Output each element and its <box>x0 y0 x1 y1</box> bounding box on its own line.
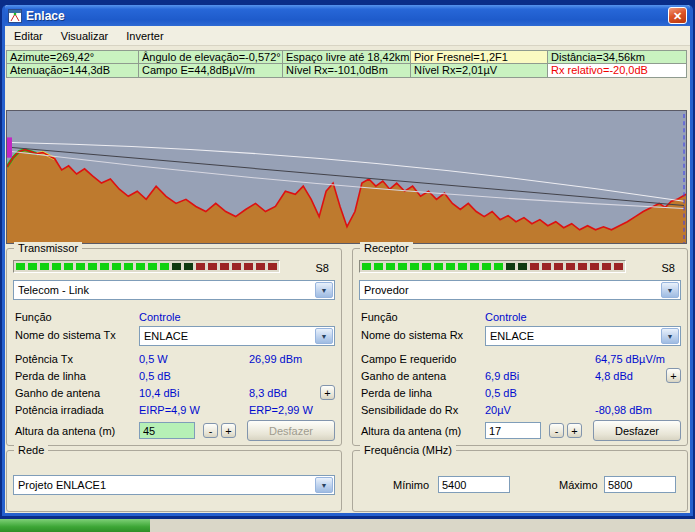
meter-segment <box>28 263 37 270</box>
tx-system-name-value: ENLACE <box>144 330 188 342</box>
receiver-group-title: Receptor <box>360 242 413 255</box>
meter-segment <box>100 263 109 270</box>
meter-segment <box>268 263 277 270</box>
meter-segment <box>554 263 563 270</box>
freq-max-input[interactable] <box>604 476 676 493</box>
rx-antenna-gain-dbi: 6,9 dBi <box>485 370 519 382</box>
chevron-down-icon[interactable]: ▼ <box>661 282 679 298</box>
rx-system-name-select[interactable]: ENLACE ▼ <box>485 326 681 346</box>
meter-segment <box>494 263 503 270</box>
meter-segment <box>590 263 599 270</box>
worst-fresnel-readout: Pior Fresnel=1,2F1 <box>410 50 547 64</box>
meter-segment <box>458 263 467 270</box>
desktop: Enlace ✕ Editar Visualizar Inverter Azim… <box>0 0 695 532</box>
tx-height-plus-button[interactable]: + <box>221 423 236 438</box>
rx-height-minus-button[interactable]: - <box>549 423 564 438</box>
meter-segment <box>160 263 169 270</box>
meter-segment <box>542 263 551 270</box>
tx-system-select[interactable]: Telecom - Link ▼ <box>13 280 335 300</box>
network-group-title: Rede <box>14 444 48 457</box>
rx-antenna-height-input[interactable] <box>485 422 541 439</box>
frequency-group: Frequência (MHz) Mínimo Máximo <box>352 450 688 512</box>
close-button[interactable]: ✕ <box>668 7 687 24</box>
meter-segment <box>410 263 419 270</box>
terrain-profile-chart[interactable] <box>6 110 687 244</box>
meter-segment <box>136 263 145 270</box>
tx-line-loss-value: 0,5 dB <box>139 370 171 382</box>
attenuation-readout: Atenuação=144,3dB <box>6 64 138 78</box>
tx-funcao-value: Controle <box>139 311 181 323</box>
tx-antenna-gain-dbd: 8,3 dBd <box>249 387 287 399</box>
meter-segment <box>422 263 431 270</box>
rx-signal-level: S8 <box>662 262 675 274</box>
rx-funcao-label: Função <box>361 311 398 323</box>
tx-antenna-height-label: Altura da antena (m) <box>15 425 115 437</box>
meter-segment <box>232 263 241 270</box>
free-space-readout: Espaço livre até 18,42km <box>282 50 410 64</box>
chevron-down-icon[interactable]: ▼ <box>315 282 333 298</box>
rx-undo-button[interactable]: Desfazer <box>593 420 681 441</box>
rx-antenna-gain-plus-button[interactable]: + <box>666 368 681 383</box>
menu-inverter[interactable]: Inverter <box>117 28 172 44</box>
meter-segment <box>506 263 515 270</box>
chevron-down-icon[interactable]: ▼ <box>315 477 333 493</box>
meter-segment <box>40 263 49 270</box>
meter-segment <box>112 263 121 270</box>
menu-editar[interactable]: Editar <box>5 28 52 44</box>
rx-height-plus-button[interactable]: + <box>567 423 582 438</box>
tx-undo-button[interactable]: Desfazer <box>247 420 335 441</box>
meter-segment <box>482 263 491 270</box>
rx-funcao-value: Controle <box>485 311 527 323</box>
tx-system-name-label: Nome do sistema Tx <box>15 329 116 341</box>
chevron-down-icon[interactable]: ▼ <box>661 328 679 344</box>
meter-segment <box>208 263 217 270</box>
meter-segment <box>518 263 527 270</box>
rx-antenna-gain-dbd: 4,8 dBd <box>595 370 633 382</box>
rx-level-uv-readout: Nível Rx=2,01µV <box>410 64 547 78</box>
rx-system-select[interactable]: Provedor ▼ <box>359 280 681 300</box>
tx-antenna-gain-plus-button[interactable]: + <box>320 385 335 400</box>
transmitter-group: Transmissor S8 Telecom - Link ▼ Função C… <box>6 248 342 446</box>
rx-required-field-value: 64,75 dBµV/m <box>595 353 665 365</box>
rx-required-field-label: Campo E requerido <box>361 353 456 365</box>
tx-antenna-height-input[interactable] <box>139 422 195 439</box>
tx-height-minus-button[interactable]: - <box>203 423 218 438</box>
link-status-panel: Azimute=269,42° Ângulo de elevação=-0,57… <box>6 50 687 78</box>
meter-segment <box>530 263 539 270</box>
tx-power-label: Potência Tx <box>15 353 73 365</box>
tx-radiated-power-label: Potência irradiada <box>15 404 104 416</box>
azimuth-readout: Azimute=269,42° <box>6 50 138 64</box>
meter-segment <box>64 263 73 270</box>
network-group: Rede Projeto ENLACE1 ▼ <box>6 450 342 512</box>
meter-segment <box>470 263 479 270</box>
tx-funcao-label: Função <box>15 311 52 323</box>
freq-max-label: Máximo <box>559 479 598 491</box>
rx-relative-readout: Rx relativo=-20,0dB <box>547 64 687 78</box>
meter-segment <box>244 263 253 270</box>
tx-signal-level: S8 <box>316 262 329 274</box>
distance-readout: Distância=34,56km <box>547 50 687 64</box>
meter-segment <box>184 263 193 270</box>
elevation-angle-readout: Ângulo de elevação=-0,572° <box>138 50 282 64</box>
meter-segment <box>88 263 97 270</box>
tx-system-name-select[interactable]: ENLACE ▼ <box>139 326 335 346</box>
taskbar-start-fragment[interactable] <box>0 519 150 532</box>
chevron-down-icon[interactable]: ▼ <box>315 328 333 344</box>
meter-segment <box>614 263 623 270</box>
network-value: Projeto ENLACE1 <box>18 479 106 491</box>
status-row-2: Atenuação=144,3dB Campo E=44,8dBµV/m Nív… <box>6 64 687 78</box>
network-select[interactable]: Projeto ENLACE1 ▼ <box>13 475 335 495</box>
meter-segment <box>148 263 157 270</box>
meter-segment <box>398 263 407 270</box>
meter-segment <box>386 263 395 270</box>
frequency-group-title: Frequência (MHz) <box>360 444 456 457</box>
tx-antenna-gain-dbi: 10,4 dBi <box>139 387 179 399</box>
rx-antenna-gain-label: Ganho de antena <box>361 370 446 382</box>
app-icon <box>8 9 22 23</box>
freq-min-input[interactable] <box>438 476 510 493</box>
titlebar[interactable]: Enlace ✕ <box>5 5 690 26</box>
rx-system-name-value: ENLACE <box>490 330 534 342</box>
rx-line-loss-label: Perda de linha <box>361 387 432 399</box>
menu-visualizar[interactable]: Visualizar <box>52 28 118 44</box>
transmitter-group-title: Transmissor <box>14 242 82 255</box>
